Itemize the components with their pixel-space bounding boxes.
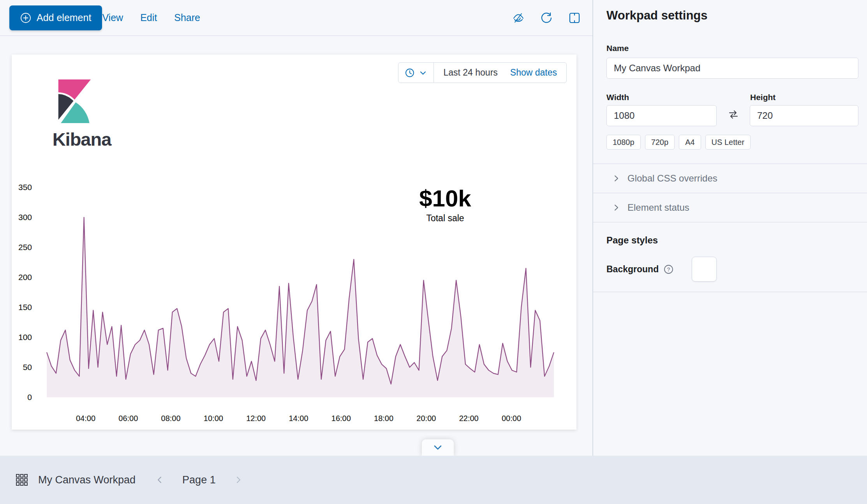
time-filter-duration: Last 24 hours <box>443 67 497 78</box>
canvas-workspace: Kibana <box>0 36 592 456</box>
page-pager: Page 1 <box>153 474 245 486</box>
fullscreen-icon[interactable] <box>566 9 583 26</box>
workpad-manager-button[interactable]: My Canvas Workpad <box>16 474 136 486</box>
clock-icon <box>405 68 415 78</box>
width-label: Width <box>606 93 717 102</box>
current-page-label: Page 1 <box>182 474 216 486</box>
sales-area-chart[interactable]: 050100150200250300350 04:0006:0008:0010:… <box>12 160 576 428</box>
menu-edit[interactable]: Edit <box>140 12 157 23</box>
name-label: Name <box>606 44 858 53</box>
workpad-page: Kibana <box>12 55 576 430</box>
x-tick-label: 14:00 <box>281 413 316 423</box>
x-tick-label: 10:00 <box>196 413 231 423</box>
x-tick-label: 22:00 <box>451 413 486 423</box>
width-input[interactable] <box>606 105 717 126</box>
time-filter-main[interactable]: Last 24 hours Show dates <box>434 63 566 83</box>
add-element-label: Add element <box>37 12 91 23</box>
chevron-right-icon <box>612 203 620 212</box>
height-label: Height <box>750 93 775 102</box>
x-tick-label: 18:00 <box>366 413 401 423</box>
x-tick-label: 06:00 <box>111 413 146 423</box>
workpad-settings-panel: Workpad settings Name Width Height 1080p <box>593 0 867 456</box>
size-presets: 1080p 720p A4 US Letter <box>606 135 858 150</box>
y-tick-label: 300 <box>12 212 32 222</box>
sidebar-title: Workpad settings <box>606 9 858 23</box>
preset-us-letter-button[interactable]: US Letter <box>705 135 751 150</box>
expression-tray-toggle[interactable] <box>422 439 454 456</box>
chevron-right-icon <box>612 174 620 183</box>
page-styles-title: Page styles <box>606 235 858 246</box>
x-tick-label: 16:00 <box>324 413 359 423</box>
global-css-accordion[interactable]: Global CSS overrides <box>606 164 858 193</box>
x-tick-label: 20:00 <box>409 413 444 423</box>
chevron-down-icon <box>419 69 427 77</box>
plus-circle-icon <box>20 12 31 23</box>
element-status-accordion[interactable]: Element status <box>606 193 858 222</box>
kibana-logo-text: Kibana <box>37 129 127 150</box>
x-tick-label: 12:00 <box>238 413 273 423</box>
element-status-label: Element status <box>627 202 689 213</box>
divider <box>593 222 867 222</box>
x-tick-label: 00:00 <box>494 413 529 423</box>
background-color-swatch[interactable] <box>692 257 717 282</box>
background-label: Background <box>606 264 659 275</box>
canvas-app: Add element View Edit Share <box>0 0 867 504</box>
time-filter[interactable]: Last 24 hours Show dates <box>398 62 567 83</box>
menu-view[interactable]: View <box>102 12 123 23</box>
svg-text:?: ? <box>667 266 670 272</box>
y-tick-label: 250 <box>12 242 32 252</box>
preset-1080p-button[interactable]: 1080p <box>606 135 641 150</box>
top-toolbar: Add element View Edit Share <box>0 0 592 36</box>
menu-share[interactable]: Share <box>174 12 200 23</box>
footer-bar: My Canvas Workpad Page 1 <box>0 456 867 504</box>
next-page-chevron-icon[interactable] <box>232 474 245 486</box>
chart-plot <box>47 187 554 397</box>
y-tick-label: 200 <box>12 272 32 282</box>
chevron-down-icon <box>432 441 444 454</box>
y-tick-label: 0 <box>12 392 32 402</box>
help-icon[interactable]: ? <box>663 264 674 275</box>
kibana-logo-element[interactable]: Kibana <box>35 78 129 156</box>
x-tick-label: 08:00 <box>153 413 189 423</box>
swap-dimensions-icon[interactable] <box>728 109 739 120</box>
show-dates-link[interactable]: Show dates <box>510 67 557 78</box>
toolbar-right-icons <box>510 9 583 26</box>
y-tick-label: 50 <box>12 362 32 372</box>
height-input[interactable] <box>750 105 858 126</box>
hide-toolbars-icon[interactable] <box>510 9 527 26</box>
previous-page-chevron-icon[interactable] <box>153 474 166 486</box>
y-tick-label: 150 <box>12 302 32 312</box>
preset-a4-button[interactable]: A4 <box>679 135 701 150</box>
kibana-logo-icon <box>57 79 91 123</box>
chart-area-fill <box>47 217 554 397</box>
background-setting-row: Background ? <box>606 257 858 282</box>
add-element-button[interactable]: Add element <box>9 5 102 30</box>
time-quick-select[interactable] <box>398 63 434 83</box>
y-tick-label: 100 <box>12 332 32 342</box>
footer-workpad-name: My Canvas Workpad <box>38 474 136 486</box>
x-tick-label: 04:00 <box>68 413 103 423</box>
global-css-label: Global CSS overrides <box>627 173 717 184</box>
preset-720p-button[interactable]: 720p <box>645 135 675 150</box>
refresh-icon[interactable] <box>538 9 555 26</box>
divider <box>593 292 867 292</box>
y-tick-label: 350 <box>12 182 32 192</box>
workpad-name-input[interactable] <box>606 58 858 79</box>
grid-icon <box>16 474 28 486</box>
